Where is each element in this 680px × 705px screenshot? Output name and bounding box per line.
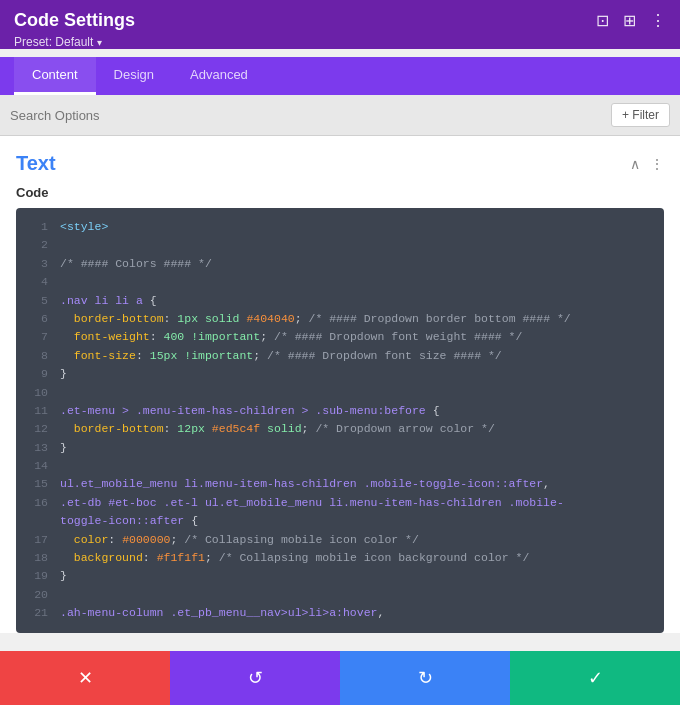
- collapse-icon[interactable]: ∧: [630, 156, 640, 172]
- undo-button[interactable]: ↺: [170, 651, 340, 705]
- code-editor[interactable]: 1 <style> 2 3 /* #### Colors #### */ 4 5…: [16, 208, 664, 633]
- screenshot-icon[interactable]: ⊡: [596, 11, 609, 30]
- table-row: 20: [16, 586, 664, 604]
- table-row: 5 .nav li li a {: [16, 292, 664, 310]
- preset-label[interactable]: Preset: Default ▾: [14, 35, 666, 49]
- more-icon[interactable]: ⋮: [650, 11, 666, 30]
- table-row: 16 .et-db #et-boc .et-l ul.et_mobile_men…: [16, 494, 664, 512]
- table-row: 9 }: [16, 365, 664, 383]
- table-row: 8 font-size: 15px !important; /* #### Dr…: [16, 347, 664, 365]
- table-row: 14: [16, 457, 664, 475]
- table-row: 17 color: #000000; /* Collapsing mobile …: [16, 531, 664, 549]
- header-top: Code Settings ⊡ ⊞ ⋮: [14, 10, 666, 31]
- table-row: 11 .et-menu > .menu-item-has-children > …: [16, 402, 664, 420]
- tabs-bar: Content Design Advanced: [0, 57, 680, 95]
- bottom-bar: ✕ ↺ ↻ ✓: [0, 651, 680, 705]
- table-row: 13 }: [16, 439, 664, 457]
- table-row: 4: [16, 273, 664, 291]
- preset-caret-icon: ▾: [97, 37, 102, 48]
- page-title: Code Settings: [14, 10, 135, 31]
- table-row: 12 border-bottom: 12px #ed5c4f solid; /*…: [16, 420, 664, 438]
- table-row: 2: [16, 236, 664, 254]
- preset-text: Preset: Default: [14, 35, 93, 49]
- table-row: 21 .ah-menu-column .et_pb_menu__nav>ul>l…: [16, 604, 664, 622]
- tab-design[interactable]: Design: [96, 57, 172, 95]
- code-label: Code: [16, 185, 664, 200]
- section-more-icon[interactable]: ⋮: [650, 156, 664, 172]
- filter-button[interactable]: + Filter: [611, 103, 670, 127]
- table-row: 15 ul.et_mobile_menu li.menu-item-has-ch…: [16, 475, 664, 493]
- section-icons: ∧ ⋮: [630, 156, 664, 172]
- table-row: 3 /* #### Colors #### */: [16, 255, 664, 273]
- table-row: 19 }: [16, 567, 664, 585]
- redo-button[interactable]: ↻: [340, 651, 510, 705]
- table-row: 1 <style>: [16, 218, 664, 236]
- table-row: 7 font-weight: 400 !important; /* #### D…: [16, 328, 664, 346]
- table-row: 10: [16, 384, 664, 402]
- search-input[interactable]: [10, 108, 603, 123]
- table-row: toggle-icon::after {: [16, 512, 664, 530]
- save-button[interactable]: ✓: [510, 651, 680, 705]
- main-content: Text ∧ ⋮ Code 1 <style> 2 3 /* #### Colo…: [0, 136, 680, 633]
- section-header: Text ∧ ⋮: [16, 152, 664, 175]
- header: Code Settings ⊡ ⊞ ⋮ Preset: Default ▾: [0, 0, 680, 49]
- search-bar: + Filter: [0, 95, 680, 136]
- header-icons: ⊡ ⊞ ⋮: [596, 11, 666, 30]
- layout-icon[interactable]: ⊞: [623, 11, 636, 30]
- cancel-button[interactable]: ✕: [0, 651, 170, 705]
- table-row: 6 border-bottom: 1px solid #404040; /* #…: [16, 310, 664, 328]
- tab-content[interactable]: Content: [14, 57, 96, 95]
- table-row: 18 background: #f1f1f1; /* Collapsing mo…: [16, 549, 664, 567]
- section-title: Text: [16, 152, 56, 175]
- tab-advanced[interactable]: Advanced: [172, 57, 266, 95]
